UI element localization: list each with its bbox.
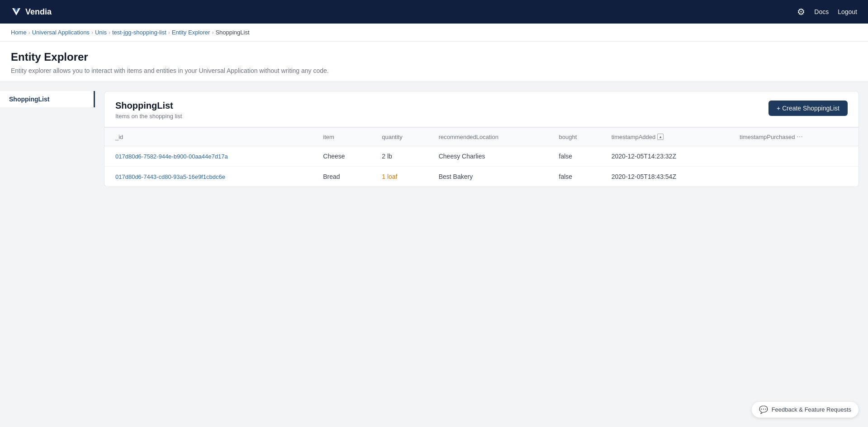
table-header: _id item quantity recommendedLocation bo… [104,128,859,146]
cell-location-2: Best Bakery [432,167,552,187]
feedback-label: Feedback & Feature Requests [772,406,851,413]
breadcrumb-unis[interactable]: Unis [95,29,107,36]
cell-location-1: Cheesy Charlies [432,146,552,167]
cell-quantity-2: 1 loaf [375,167,432,187]
table-header-row: _id item quantity recommendedLocation bo… [104,128,859,146]
page-title: Entity Explorer [11,51,857,63]
cell-timestamp-purchased-2 [732,167,859,187]
cell-bought-1: false [552,146,604,167]
table-row: 017d80d6-7582-944e-b900-00aa44e7d17a Che… [104,146,859,167]
col-timestamp-added: timestampAdded ▲ [604,128,733,146]
entity-card: ShoppingList Items on the shopping list … [104,91,859,187]
timestamp-added-label: timestampAdded [612,134,656,140]
breadcrumb-sep-3: › [109,29,110,36]
col-quantity: quantity [375,128,432,146]
id-link-2[interactable]: 017d80d6-7443-cd80-93a5-16e9f1cbdc6e [115,173,225,180]
entity-card-title: ShoppingList [115,101,182,111]
id-link-1[interactable]: 017d80d6-7582-944e-b900-00aa44e7d17a [115,153,228,160]
breadcrumb-current: ShoppingList [215,29,249,36]
cell-timestamp-added-1: 2020-12-05T14:23:32Z [604,146,733,167]
logo: Vendia [11,6,52,17]
breadcrumb-entity-explorer[interactable]: Entity Explorer [172,29,210,36]
entity-table: _id item quantity recommendedLocation bo… [104,127,859,187]
logo-text: Vendia [25,7,52,17]
main-content: ShoppingList ShoppingList Items on the s… [0,82,868,427]
col-id: _id [104,128,316,146]
col-bought: bought [552,128,604,146]
sidebar-item-shoppinglist[interactable]: ShoppingList [0,91,95,107]
logout-button[interactable]: Logout [838,8,857,15]
table-body: 017d80d6-7582-944e-b900-00aa44e7d17a Che… [104,146,859,187]
settings-icon[interactable]: ⚙ [797,6,805,17]
col-timestamp-purchased: timestampPurchased ⋯ [732,128,859,146]
content-area: ShoppingList Items on the shopping list … [95,82,868,427]
more-options-icon[interactable]: ⋯ [797,133,803,140]
breadcrumb-sep-1: › [28,29,30,36]
col-item: item [316,128,375,146]
quantity-highlight: 1 loaf [382,173,397,180]
app-header: Vendia ⚙ Docs Logout [0,0,868,24]
feedback-button[interactable]: 💬 Feedback & Feature Requests [751,401,859,418]
breadcrumb-shopping-list[interactable]: test-jgg-shopping-list [112,29,166,36]
cell-item-1: Cheese [316,146,375,167]
cell-timestamp-added-2: 2020-12-05T18:43:54Z [604,167,733,187]
sidebar: ShoppingList [0,82,95,427]
breadcrumb: Home › Universal Applications › Unis › t… [0,24,868,42]
breadcrumb-sep-5: › [212,29,213,36]
breadcrumb-home[interactable]: Home [11,29,27,36]
cell-item-2: Bread [316,167,375,187]
docs-link[interactable]: Docs [814,8,829,15]
breadcrumb-sep-2: › [91,29,93,36]
create-shoppinglist-button[interactable]: + Create ShoppingList [768,101,848,116]
breadcrumb-sep-4: › [168,29,170,36]
entity-card-subtitle: Items on the shopping list [115,113,182,120]
sidebar-item-label: ShoppingList [9,96,49,103]
entity-card-header: ShoppingList Items on the shopping list … [104,91,859,127]
feedback-icon: 💬 [759,405,768,414]
timestamp-purchased-label: timestampPurchased [740,134,795,140]
cell-bought-2: false [552,167,604,187]
cell-id-1: 017d80d6-7582-944e-b900-00aa44e7d17a [104,146,316,167]
page-description: Entity explorer allows you to interact w… [11,67,857,74]
header-actions: ⚙ Docs Logout [797,6,857,17]
cell-timestamp-purchased-1 [732,146,859,167]
table-row: 017d80d6-7443-cd80-93a5-16e9f1cbdc6e Bre… [104,167,859,187]
col-recommended-location: recommendedLocation [432,128,552,146]
breadcrumb-universal-apps[interactable]: Universal Applications [32,29,90,36]
sort-icon[interactable]: ▲ [657,134,664,140]
cell-quantity-1: 2 lb [375,146,432,167]
entity-card-info: ShoppingList Items on the shopping list [115,101,182,120]
cell-id-2: 017d80d6-7443-cd80-93a5-16e9f1cbdc6e [104,167,316,187]
page-header: Entity Explorer Entity explorer allows y… [0,42,868,82]
vendia-logo-icon [11,6,22,17]
